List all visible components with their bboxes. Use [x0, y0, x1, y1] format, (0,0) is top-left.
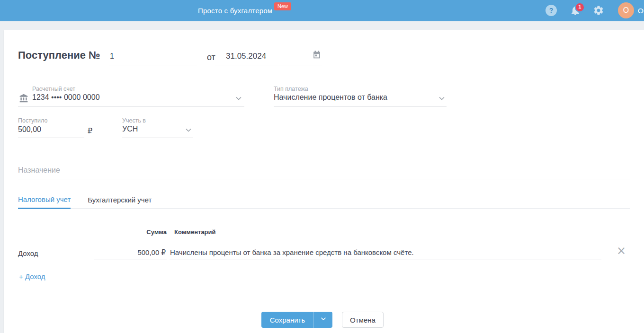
amount-input[interactable]: [18, 125, 84, 138]
help-icon: ?: [549, 7, 554, 14]
help-button[interactable]: ?: [546, 5, 557, 16]
app-screen: Просто с бухгалтером New ? 1 O ОО Поступ…: [0, 0, 644, 333]
save-button[interactable]: Сохранить: [261, 312, 332, 328]
date-field: [215, 49, 322, 65]
tab-bookkeeping[interactable]: Бухгалтерский учет: [88, 196, 152, 208]
account-name: ОО: [638, 0, 644, 21]
chevron-down-icon: [438, 95, 446, 102]
chevron-down-icon: [185, 126, 192, 134]
settings-button[interactable]: [593, 5, 604, 16]
cancel-button-label: Отмена: [350, 316, 376, 324]
doc-number-input[interactable]: [109, 52, 197, 65]
row-type-label: Доход: [18, 249, 38, 257]
account-value: 1234 •••• 0000 0000: [32, 93, 100, 102]
gear-icon: [593, 9, 604, 18]
payment-type-select[interactable]: Тип платежа Начисление процентов от банк…: [274, 84, 447, 106]
app-title: Просто с бухгалтером: [198, 0, 272, 21]
field-underline: [122, 138, 193, 138]
top-bar: Просто с бухгалтером New ? 1 O ОО: [0, 0, 644, 21]
save-dropdown-button[interactable]: [313, 312, 332, 328]
row-amount-input[interactable]: [94, 248, 167, 260]
close-icon: ×: [617, 244, 626, 257]
amount-label: Поступило: [18, 117, 47, 124]
account-label: Расчетный счет: [32, 86, 75, 92]
amount-field: Поступило: [18, 116, 84, 138]
save-button-label: Сохранить: [261, 312, 313, 328]
date-preposition: от: [207, 53, 215, 62]
page-title: Поступление №: [18, 49, 100, 61]
tab-tax-accounting[interactable]: Налоговый учет: [18, 195, 71, 209]
account-select[interactable]: Расчетный счет 1234 •••• 0000 0000: [18, 84, 244, 106]
date-input[interactable]: [226, 52, 304, 61]
chevron-down-icon: [320, 315, 327, 324]
tax-regime-value: УСН: [122, 125, 138, 133]
document-card: Поступление № от Расчетный счет 1234 •••: [4, 30, 644, 333]
cancel-button[interactable]: Отмена: [342, 312, 384, 328]
column-header-comment: Комментарий: [174, 228, 216, 236]
avatar-initial: O: [623, 6, 629, 15]
tax-regime-select[interactable]: Учесть в УСН: [122, 116, 193, 138]
row-delete-button[interactable]: ×: [615, 244, 628, 257]
tab-bar: Налоговый учет Бухгалтерский учет: [18, 194, 630, 209]
bank-icon: [19, 94, 28, 103]
column-header-amount: Сумма: [94, 228, 167, 236]
payment-type-value: Начисление процентов от банка: [274, 93, 387, 102]
user-avatar[interactable]: O: [618, 2, 634, 18]
row-comment-input[interactable]: [170, 248, 601, 260]
tax-regime-label: Учесть в: [122, 117, 146, 124]
chevron-down-icon: [235, 95, 242, 102]
currency-sign: ₽: [88, 126, 92, 135]
field-underline: [18, 106, 244, 106]
purpose-input[interactable]: [18, 165, 630, 179]
new-badge: New: [274, 2, 291, 10]
calendar-icon[interactable]: [312, 50, 322, 60]
field-underline: [274, 106, 447, 106]
add-income-link[interactable]: + Доход: [19, 272, 45, 280]
payment-type-label: Тип платежа: [274, 86, 308, 92]
notification-badge: 1: [575, 2, 585, 12]
